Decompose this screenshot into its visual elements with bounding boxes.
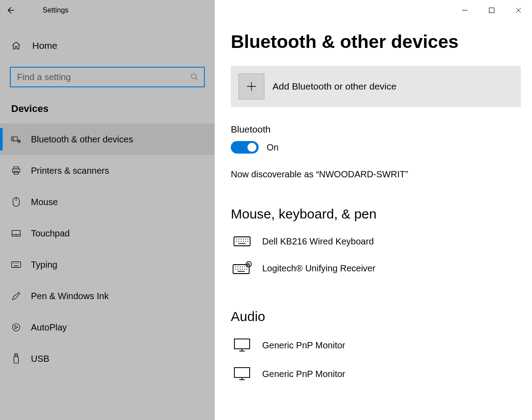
nav-item-touchpad[interactable]: Touchpad xyxy=(0,218,215,249)
nav-item-label: Typing xyxy=(31,260,57,270)
titlebar: Settings xyxy=(0,0,532,20)
app-title: Settings xyxy=(43,6,69,14)
close-button[interactable] xyxy=(505,0,532,20)
home-nav[interactable]: Home xyxy=(0,34,215,58)
svg-line-3 xyxy=(196,78,198,81)
nav-item-label: Pen & Windows Ink xyxy=(31,291,108,301)
back-arrow-icon xyxy=(6,6,15,15)
minimize-icon xyxy=(462,7,468,13)
page-title: Bluetooth & other devices xyxy=(231,31,521,52)
nav-item-mouse[interactable]: Mouse xyxy=(0,186,215,218)
plus-icon xyxy=(238,73,264,99)
nav-item-label: Bluetooth & other devices xyxy=(31,134,133,145)
svg-point-2 xyxy=(191,74,196,79)
device-row[interactable]: Generic PnP Monitor xyxy=(231,360,521,388)
sidebar-section-label: Devices xyxy=(0,99,215,124)
section-heading: Audio xyxy=(231,309,521,324)
receiver-device-icon xyxy=(231,261,253,275)
keyboard-device-icon xyxy=(231,235,253,248)
device-name: Generic PnP Monitor xyxy=(262,340,345,351)
bluetooth-heading: Bluetooth xyxy=(231,124,521,135)
device-name: Dell KB216 Wired Keyboard xyxy=(262,236,374,247)
add-device-label: Add Bluetooth or other device xyxy=(272,81,397,92)
sidebar: Home Devices Bluetooth & other devicesPr… xyxy=(0,20,215,420)
monitor-device-icon xyxy=(231,338,253,353)
maximize-button[interactable] xyxy=(478,0,505,20)
maximize-icon xyxy=(489,7,495,13)
svg-rect-62 xyxy=(234,368,250,377)
touchpad-icon xyxy=(11,229,21,237)
svg-rect-10 xyxy=(13,169,20,172)
toggle-knob xyxy=(247,143,256,152)
device-row[interactable]: Generic PnP Monitor xyxy=(231,331,521,360)
section-heading: Mouse, keyboard, & pen xyxy=(231,206,521,222)
back-button[interactable] xyxy=(0,0,20,20)
bluetooth-devices-icon xyxy=(11,135,21,143)
nav-item-autoplay[interactable]: AutoPlay xyxy=(0,312,215,343)
nav-item-label: AutoPlay xyxy=(31,322,67,333)
monitor-device-icon xyxy=(231,366,253,381)
bluetooth-toggle[interactable] xyxy=(231,141,259,154)
nav-item-usb[interactable]: USB xyxy=(0,343,215,374)
search-box[interactable] xyxy=(10,67,205,87)
bluetooth-toggle-state: On xyxy=(267,142,279,153)
close-icon xyxy=(515,7,522,13)
device-name: Generic PnP Monitor xyxy=(262,369,345,379)
svg-rect-25 xyxy=(14,356,18,363)
nav-item-typing[interactable]: Typing xyxy=(0,249,215,280)
nav-item-label: Printers & scanners xyxy=(31,166,109,176)
svg-rect-17 xyxy=(12,262,21,268)
svg-rect-1 xyxy=(489,8,494,13)
svg-rect-9 xyxy=(14,167,19,169)
autoplay-icon xyxy=(11,322,21,332)
minimize-button[interactable] xyxy=(451,0,478,20)
svg-rect-11 xyxy=(14,171,18,174)
search-icon xyxy=(190,73,199,81)
search-input[interactable] xyxy=(11,68,204,86)
keyboard-icon xyxy=(11,261,21,268)
svg-rect-24 xyxy=(15,354,17,356)
discoverable-text: Now discoverable as “NWOODARD-SWRIT” xyxy=(231,169,521,180)
nav-item-pen-windows-ink[interactable]: Pen & Windows Ink xyxy=(0,280,215,312)
nav-item-label: Mouse xyxy=(31,197,58,207)
nav-item-bluetooth-other-devices[interactable]: Bluetooth & other devices xyxy=(0,124,215,155)
svg-point-23 xyxy=(13,324,20,331)
printer-icon xyxy=(11,166,21,176)
nav-item-label: USB xyxy=(31,354,49,364)
nav-item-label: Touchpad xyxy=(31,228,70,239)
mouse-icon xyxy=(11,197,21,207)
device-name: Logitech® Unifying Receiver xyxy=(262,263,376,274)
home-label: Home xyxy=(32,40,57,51)
pen-icon xyxy=(11,291,21,301)
device-row[interactable]: Dell KB216 Wired Keyboard xyxy=(231,228,521,254)
add-device-button[interactable]: Add Bluetooth or other device xyxy=(231,66,521,107)
device-row[interactable]: Logitech® Unifying Receiver xyxy=(231,254,521,282)
nav-item-printers-scanners[interactable]: Printers & scanners xyxy=(0,155,215,186)
svg-rect-59 xyxy=(234,339,250,349)
content-pane: Bluetooth & other devices Add Bluetooth … xyxy=(215,20,532,420)
home-icon xyxy=(11,41,21,51)
usb-icon xyxy=(11,353,21,364)
